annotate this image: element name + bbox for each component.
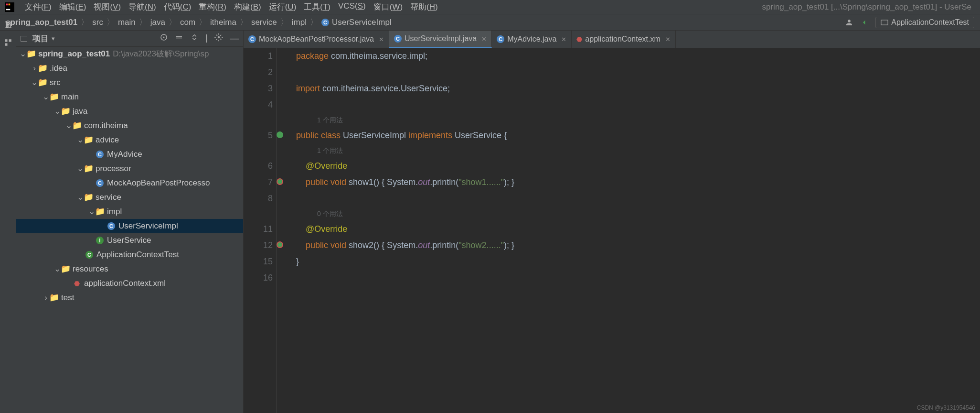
breadcrumb-item[interactable]: com [180, 18, 195, 27]
tree-pkg-processor[interactable]: ⌄📁processor [16, 162, 243, 176]
collapse-all-icon[interactable] [190, 33, 199, 42]
project-tree[interactable]: ⌄📁spring_aop_test01D:\java2023破解\Spring\… [16, 47, 243, 413]
menu-item[interactable]: 构建(B) [230, 1, 265, 12]
breadcrumb-item[interactable]: main [118, 18, 136, 27]
minimize-icon[interactable]: — [230, 33, 239, 44]
close-tab-icon[interactable]: ✕ [379, 36, 384, 43]
editor-tabs: CMockAopBeanPostProcessor.java✕CUserServ… [244, 31, 980, 48]
menu-item[interactable]: 编辑(E) [55, 1, 90, 12]
menu-item[interactable]: 重构(R) [195, 1, 230, 12]
breadcrumb-item[interactable]: impl [292, 18, 307, 27]
breadcrumb-separator: 〉 [107, 17, 115, 28]
menu-item[interactable]: 运行(U) [265, 1, 300, 12]
tree-package[interactable]: ⌄📁com.itheima [16, 119, 243, 133]
breadcrumb-item[interactable]: spring_aop_test01 [6, 18, 77, 27]
usage-hint[interactable]: 0 个用法 [296, 206, 514, 221]
project-panel-header: 项目 ▾ | — [16, 31, 243, 47]
dropdown-icon[interactable]: ▾ [52, 35, 55, 42]
breadcrumb-file[interactable]: CUserServiceImpl [321, 18, 392, 27]
menu-item[interactable]: VCS(S) [334, 1, 370, 12]
svg-rect-2 [6, 3, 8, 5]
window-title: spring_aop_test01 [...\Spring\spring_aop… [762, 2, 977, 12]
breadcrumb-separator: 〉 [310, 17, 318, 28]
breadcrumb-separator: 〉 [280, 17, 288, 28]
app-logo [4, 1, 15, 13]
menu-item[interactable]: 窗口(W) [370, 1, 406, 12]
settings-icon[interactable] [214, 33, 223, 42]
svg-rect-1 [6, 9, 11, 10]
tree-folder-src[interactable]: ⌄📁src [16, 76, 243, 90]
breadcrumb-item[interactable]: src [92, 18, 103, 27]
svg-rect-8 [21, 36, 27, 41]
svg-rect-6 [9, 39, 11, 42]
breadcrumb-separator: 〉 [240, 17, 248, 28]
usage-hint[interactable]: 1 个用法 [296, 143, 514, 158]
panel-title: 项目 [32, 33, 49, 44]
project-view-icon [20, 35, 28, 43]
editor-tab[interactable]: CMyAdvice.java✕ [492, 31, 572, 48]
breadcrumb-item[interactable]: service [251, 18, 277, 27]
tree-pkg-service[interactable]: ⌄📁service [16, 190, 243, 205]
svg-point-10 [163, 37, 165, 38]
tree-folder-test[interactable]: ›📁test [16, 291, 243, 305]
breadcrumb-item[interactable]: itheima [210, 18, 236, 27]
watermark: CSDN @y3131954546 [917, 404, 975, 411]
divider: | [205, 33, 208, 44]
tree-class-mock[interactable]: CMockAopBeanPostProcesso [16, 176, 243, 190]
breadcrumb-separator: 〉 [139, 17, 147, 28]
expand-all-icon[interactable] [175, 33, 183, 42]
close-tab-icon[interactable]: ✕ [665, 36, 671, 43]
close-tab-icon[interactable]: ✕ [481, 35, 487, 43]
structure-icon[interactable] [4, 38, 12, 47]
locate-icon[interactable] [160, 33, 168, 42]
main-menu-bar: 文件(F)编辑(E)视图(V)导航(N)代码(C)重构(R)构建(B)运行(U)… [0, 0, 980, 14]
breadcrumb-separator: 〉 [169, 17, 177, 28]
breadcrumb-separator: 〉 [81, 17, 89, 28]
editor-tab[interactable]: ⬣applicationContext.xm✕ [572, 31, 675, 48]
run-configuration[interactable]: ApplicationContextTest [875, 17, 974, 28]
svg-rect-4 [881, 20, 888, 25]
menu-item[interactable]: 工具(T) [300, 1, 334, 12]
editor-area: CMockAopBeanPostProcessor.java✕CUserServ… [244, 31, 980, 413]
breadcrumb: spring_aop_test01〉src〉main〉java〉com〉ithe… [6, 17, 392, 28]
menu-item[interactable]: 代码(C) [160, 1, 195, 12]
tree-file-appcontext-xml[interactable]: ⬣applicationContext.xml [16, 276, 243, 291]
code-content[interactable]: package com.itheima.service.impl; import… [277, 48, 514, 413]
code-editor[interactable]: 1 2 3 4 5 6 7 8 11 12 15 16 package com.… [244, 48, 980, 413]
tree-root[interactable]: ⌄📁spring_aop_test01D:\java2023破解\Spring\… [16, 47, 243, 61]
tree-pkg-advice[interactable]: ⌄📁advice [16, 133, 243, 147]
tree-folder-idea[interactable]: ›📁.idea [16, 61, 243, 76]
user-icon[interactable] [845, 18, 853, 27]
svg-point-11 [218, 36, 220, 39]
menu-item[interactable]: 帮助(H) [406, 1, 442, 12]
menu-item[interactable]: 导航(N) [125, 1, 160, 12]
tree-class-userserviceimpl[interactable]: CUserServiceImpl [16, 219, 243, 233]
tree-folder-main[interactable]: ⌄📁main [16, 90, 243, 104]
left-tool-strip: 项目 [0, 31, 16, 413]
tree-pkg-impl[interactable]: ⌄📁impl [16, 205, 243, 219]
menu-item[interactable]: 视图(V) [90, 1, 125, 12]
breadcrumb-item[interactable]: java [150, 18, 165, 27]
editor-gutter: 1 2 3 4 5 6 7 8 11 12 15 16 [244, 48, 277, 413]
usage-hint[interactable]: 1 个用法 [296, 113, 514, 127]
tree-class-appcontexttest[interactable]: CApplicationContextTest [16, 248, 243, 262]
menu-item[interactable]: 文件(F) [21, 1, 55, 12]
tree-folder-resources[interactable]: ⌄📁resources [16, 262, 243, 276]
breadcrumb-separator: 〉 [199, 17, 207, 28]
project-panel: 项目 ▾ | — ⌄📁spring_aop_test01D:\java2023破… [16, 31, 244, 413]
tree-class-myadvice[interactable]: CMyAdvice [16, 147, 243, 162]
back-icon[interactable] [860, 18, 869, 27]
tree-folder-java[interactable]: ⌄📁java [16, 104, 243, 119]
editor-tab[interactable]: CMockAopBeanPostProcessor.java✕ [244, 31, 389, 48]
editor-tab[interactable]: CUserServiceImpl.java✕ [389, 31, 492, 48]
tree-interface-userservice[interactable]: IUserService [16, 233, 243, 248]
svg-rect-5 [5, 39, 7, 42]
main-body: 项目 项目 ▾ | — ⌄📁spring_aop_test01D:\java20… [0, 31, 980, 413]
navigation-toolbar: spring_aop_test01〉src〉main〉java〉com〉ithe… [0, 14, 980, 31]
svg-rect-3 [9, 3, 11, 5]
svg-rect-7 [5, 43, 7, 46]
close-tab-icon[interactable]: ✕ [561, 36, 566, 43]
